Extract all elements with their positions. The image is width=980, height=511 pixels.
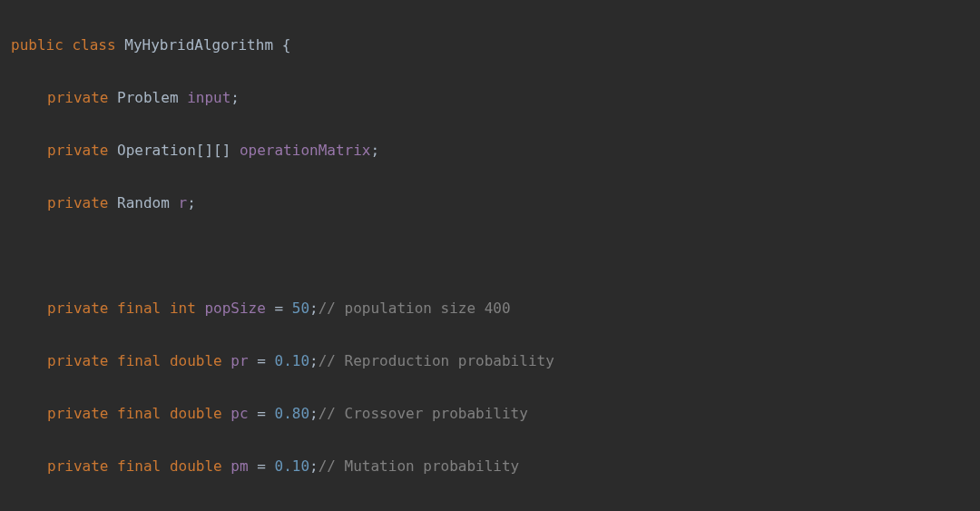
semicolon: ; — [370, 142, 379, 159]
code-line: private final int popSize = 50;// popula… — [11, 295, 980, 321]
keyword: private — [47, 405, 108, 422]
keyword: private — [47, 457, 108, 475]
keyword: final — [117, 352, 161, 369]
code-editor[interactable]: public class MyHybridAlgorithm { private… — [0, 0, 980, 511]
type: int — [170, 300, 196, 317]
number: 0.10 — [275, 352, 310, 369]
code-line: private Operation[][] operationMatrix; — [11, 137, 980, 163]
equals: = — [275, 300, 284, 317]
number: 50 — [292, 300, 309, 317]
type: double — [170, 405, 222, 422]
code-line: private final double pm = 0.10;// Mutati… — [11, 453, 980, 479]
equals: = — [257, 405, 266, 422]
keyword: public — [11, 36, 64, 54]
identifier: popSize — [204, 300, 265, 317]
type: double — [170, 457, 222, 475]
identifier: input — [187, 89, 230, 106]
identifier: pc — [230, 405, 248, 422]
comment: // Mutation probability — [318, 457, 520, 475]
keyword: private — [47, 89, 108, 106]
keyword: private — [47, 194, 108, 211]
keyword: final — [117, 300, 161, 317]
semicolon: ; — [309, 457, 318, 475]
identifier: pm — [230, 457, 248, 475]
code-line: private final double pc = 0.80;// Crosso… — [11, 400, 980, 427]
comment: // population size 400 — [318, 300, 511, 317]
identifier: r — [179, 194, 188, 211]
semicolon: ; — [309, 352, 318, 369]
number: 0.10 — [275, 457, 310, 475]
code-line: private Problem input; — [11, 84, 980, 111]
keyword: final — [117, 457, 161, 475]
identifier: pr — [230, 352, 248, 369]
code-line: private final double pr = 0.10;// Reprod… — [11, 348, 980, 374]
semicolon: ; — [187, 194, 196, 211]
keyword: private — [47, 300, 108, 317]
equals: = — [257, 457, 266, 475]
type: Problem — [117, 89, 178, 106]
brace: { — [282, 36, 291, 54]
class-name: MyHybridAlgorithm — [124, 36, 273, 54]
keyword: class — [72, 36, 115, 54]
type: Random — [117, 194, 170, 211]
comment: // Crossover probability — [318, 405, 528, 422]
keyword: private — [47, 352, 108, 369]
keyword: final — [117, 405, 161, 422]
keyword: private — [47, 142, 108, 159]
semicolon: ; — [309, 405, 318, 422]
type: double — [170, 352, 222, 369]
semicolon: ; — [309, 300, 318, 317]
blank-line — [11, 242, 980, 269]
identifier: operationMatrix — [240, 142, 371, 159]
type: Operation[][] — [117, 142, 230, 159]
semicolon: ; — [230, 89, 240, 106]
blank-line — [11, 506, 980, 511]
equals: = — [257, 352, 266, 369]
code-line: private Random r; — [11, 190, 980, 216]
number: 0.80 — [275, 405, 310, 422]
code-line: public class MyHybridAlgorithm { — [11, 32, 980, 58]
comment: // Reproduction probability — [318, 352, 554, 369]
